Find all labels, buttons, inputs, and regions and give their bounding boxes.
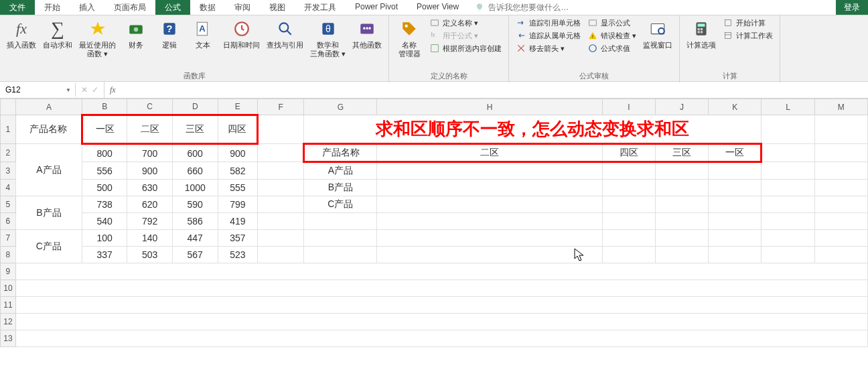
- more-functions-button[interactable]: ••• 其他函数: [350, 17, 384, 51]
- row-2[interactable]: 2 A产品 800 700 600 900 产品名称 二区 四区 三区 一区: [1, 144, 868, 162]
- cell-H4[interactable]: [377, 180, 602, 196]
- rowhead-3[interactable]: 3: [1, 162, 16, 180]
- calculate-sheet-button[interactable]: 计算工作表: [720, 29, 776, 42]
- cell-B7[interactable]: 100: [82, 230, 127, 247]
- fx-icon[interactable]: fx: [104, 85, 121, 95]
- login-button[interactable]: 登录: [836, 0, 868, 15]
- cell-row10[interactable]: [15, 280, 867, 297]
- name-box[interactable]: ▼: [0, 83, 76, 97]
- cell-B5[interactable]: 738: [82, 196, 127, 213]
- cell-F2[interactable]: [258, 144, 304, 162]
- cell-M8[interactable]: [814, 247, 867, 263]
- row-9[interactable]: 9: [1, 263, 868, 280]
- cell-B3[interactable]: 556: [82, 162, 127, 180]
- cell-A2[interactable]: A产品: [15, 144, 82, 196]
- cell-C1[interactable]: 二区: [127, 115, 173, 144]
- col-L[interactable]: L: [762, 99, 814, 115]
- cell-K4[interactable]: [709, 180, 762, 196]
- column-headers[interactable]: A B C D E F G H I J K L M: [1, 99, 868, 115]
- cell-J8[interactable]: [655, 247, 708, 263]
- rowhead-11[interactable]: 11: [1, 297, 16, 314]
- rowhead-7[interactable]: 7: [1, 230, 16, 247]
- cell-C8[interactable]: 503: [127, 247, 173, 263]
- financial-button[interactable]: 财务: [120, 17, 152, 51]
- cell-I8[interactable]: [602, 247, 655, 263]
- tab-review[interactable]: 审阅: [225, 0, 260, 15]
- tell-me-input[interactable]: [487, 2, 583, 13]
- grid-table[interactable]: A B C D E F G H I J K L M 1 产品名称 一区 二区 三…: [0, 99, 868, 347]
- col-B[interactable]: B: [82, 99, 127, 115]
- cell-F7[interactable]: [258, 230, 304, 247]
- tab-powerview[interactable]: Power View: [407, 0, 468, 15]
- cell-E2[interactable]: 900: [218, 144, 258, 162]
- tab-home[interactable]: 开始: [35, 0, 70, 15]
- define-name-button[interactable]: 定义名称 ▾: [427, 17, 504, 29]
- col-D[interactable]: D: [172, 99, 218, 115]
- cell-D6[interactable]: 586: [172, 213, 218, 230]
- chevron-down-icon[interactable]: ▼: [66, 87, 71, 93]
- cell-H3[interactable]: [377, 162, 602, 180]
- cell-G2[interactable]: 产品名称: [304, 144, 377, 162]
- name-box-input[interactable]: [4, 84, 54, 95]
- cell-D5[interactable]: 590: [172, 196, 218, 213]
- banner-text[interactable]: 求和区顺序不一致，怎么动态变换求和区: [304, 115, 762, 144]
- cell-K2[interactable]: 一区: [709, 144, 762, 162]
- cell-A7[interactable]: C产品: [15, 230, 82, 263]
- cell-G4[interactable]: B产品: [304, 180, 377, 196]
- tab-file[interactable]: 文件: [0, 0, 35, 15]
- row-6[interactable]: 6 540 792 586 419: [1, 213, 868, 230]
- col-C[interactable]: C: [127, 99, 173, 115]
- cell-E5[interactable]: 799: [218, 196, 258, 213]
- insert-function-button[interactable]: fx 插入函数: [4, 17, 39, 51]
- tab-formulas[interactable]: 公式: [155, 0, 190, 15]
- row-7[interactable]: 7 C产品 100 140 447 357: [1, 230, 868, 247]
- cell-K3[interactable]: [709, 162, 762, 180]
- rowhead-8[interactable]: 8: [1, 247, 16, 263]
- cell-K8[interactable]: [709, 247, 762, 263]
- cell-M6[interactable]: [814, 213, 867, 230]
- col-M[interactable]: M: [814, 99, 867, 115]
- cell-row12[interactable]: [15, 314, 867, 330]
- cell-row13[interactable]: [15, 330, 867, 347]
- row-12[interactable]: 12: [1, 314, 868, 330]
- cell-H5[interactable]: [377, 196, 602, 213]
- cell-I3[interactable]: [602, 162, 655, 180]
- cell-I6[interactable]: [602, 213, 655, 230]
- cell-E7[interactable]: 357: [218, 230, 258, 247]
- logical-button[interactable]: ? 逻辑: [153, 17, 186, 51]
- cell-G6[interactable]: [304, 213, 377, 230]
- remove-arrows-button[interactable]: 移去箭头 ▾: [513, 42, 583, 54]
- cell-B2[interactable]: 800: [82, 144, 127, 162]
- cell-H6[interactable]: [377, 213, 602, 230]
- cell-D4[interactable]: 1000: [172, 180, 218, 196]
- cell-L3[interactable]: [762, 162, 814, 180]
- formula-input[interactable]: [121, 84, 868, 96]
- row-3[interactable]: 3 556 900 660 582 A产品: [1, 162, 868, 180]
- cell-D1[interactable]: 三区: [172, 115, 218, 144]
- cell-C5[interactable]: 620: [127, 196, 173, 213]
- use-in-formula-button[interactable]: fx用于公式 ▾: [427, 29, 504, 42]
- row-5[interactable]: 5 B产品 738 620 590 799 C产品: [1, 196, 868, 213]
- tell-me[interactable]: [468, 0, 590, 15]
- row-11[interactable]: 11: [1, 297, 868, 314]
- rowhead-12[interactable]: 12: [1, 314, 16, 330]
- tab-view[interactable]: 视图: [260, 0, 295, 15]
- cell-row9[interactable]: [15, 263, 867, 280]
- row-4[interactable]: 4 500 630 1000 555 B产品: [1, 180, 868, 196]
- tab-layout[interactable]: 页面布局: [104, 0, 155, 15]
- calculation-options-button[interactable]: 计算选项: [684, 17, 719, 51]
- col-G[interactable]: G: [304, 99, 377, 115]
- cell-J2[interactable]: 三区: [655, 144, 708, 162]
- tab-powerpivot[interactable]: Power Pivot: [346, 0, 407, 15]
- calculate-now-button[interactable]: 开始计算: [720, 17, 776, 29]
- row-10[interactable]: 10: [1, 280, 868, 297]
- cell-E4[interactable]: 555: [218, 180, 258, 196]
- cell-F4[interactable]: [258, 180, 304, 196]
- cell-J6[interactable]: [655, 213, 708, 230]
- cell-L8[interactable]: [762, 247, 814, 263]
- cell-D8[interactable]: 567: [172, 247, 218, 263]
- row-1[interactable]: 1 产品名称 一区 二区 三区 四区 求和区顺序不一致，怎么动态变换求和区: [1, 115, 868, 144]
- select-all-corner[interactable]: [1, 99, 16, 115]
- cell-H8[interactable]: [377, 247, 602, 263]
- cell-L5[interactable]: [762, 196, 814, 213]
